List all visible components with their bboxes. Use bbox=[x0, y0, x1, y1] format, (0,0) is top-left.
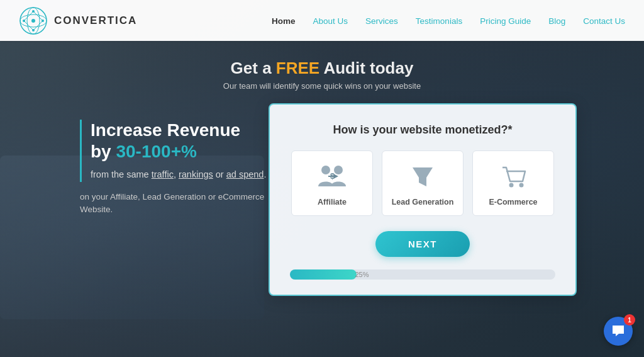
navbar: CONVERTICA Home About Us Services Testim… bbox=[0, 0, 644, 41]
affiliate-icon: $ bbox=[316, 162, 348, 190]
ad-spend-link[interactable]: ad spend bbox=[226, 169, 264, 179]
nav-links: Home About Us Services Testimonials Pric… bbox=[272, 15, 625, 26]
brand-name: CONVERTICA bbox=[54, 14, 137, 27]
nav-link-pricing[interactable]: Pricing Guide bbox=[480, 16, 531, 26]
tagline-line1: Increase Revenue bbox=[91, 120, 240, 140]
nav-item-contact[interactable]: Contact Us bbox=[583, 15, 625, 26]
logo[interactable]: CONVERTICA bbox=[19, 6, 137, 35]
hero-title: Get a FREE Audit today bbox=[223, 59, 421, 78]
hero-content: Increase Revenue by 30-100+% from the sa… bbox=[0, 103, 644, 296]
option-grid: $ Affiliate bbox=[290, 150, 555, 216]
affiliate-icon-wrap: $ bbox=[316, 162, 348, 190]
hero-detail: on your Affiliate, Lead Generation or eC… bbox=[80, 191, 269, 217]
nav-item-home[interactable]: Home bbox=[272, 15, 296, 26]
progress-bar: 25% bbox=[290, 269, 555, 280]
nav-link-home[interactable]: Home bbox=[272, 16, 296, 26]
nav-item-testimonials[interactable]: Testimonials bbox=[416, 15, 462, 26]
chat-icon bbox=[611, 324, 625, 338]
hero-sub-tagline: from the same traffic, rankings or ad sp… bbox=[91, 168, 269, 182]
option-affiliate[interactable]: $ Affiliate bbox=[291, 150, 373, 216]
option-ecommerce-label: E-Commerce bbox=[489, 198, 537, 207]
ecommerce-icon-wrap bbox=[499, 162, 528, 190]
free-word: FREE bbox=[276, 59, 319, 77]
hero-headline: Get a FREE Audit today Our team will ide… bbox=[223, 59, 421, 91]
svg-point-13 bbox=[334, 166, 343, 174]
traffic-link[interactable]: traffic bbox=[152, 169, 174, 179]
nav-link-about[interactable]: About Us bbox=[313, 16, 348, 26]
nav-link-contact[interactable]: Contact Us bbox=[583, 16, 625, 26]
svg-point-15 bbox=[509, 183, 514, 188]
hero-tagline: Increase Revenue by 30-100+% bbox=[91, 120, 269, 162]
hero-section: Get a FREE Audit today Our team will ide… bbox=[0, 41, 644, 357]
nav-link-testimonials[interactable]: Testimonials bbox=[416, 16, 462, 26]
lead-gen-icon bbox=[410, 162, 435, 190]
next-button[interactable]: NEXT bbox=[375, 231, 470, 257]
audit-form-card: How is your website monetized?* $ bbox=[269, 103, 577, 296]
ecommerce-icon bbox=[499, 162, 528, 190]
hero-subheadline: Our team will identify some quick wins o… bbox=[223, 81, 421, 91]
nav-item-pricing[interactable]: Pricing Guide bbox=[480, 15, 531, 26]
lead-gen-icon-wrap bbox=[410, 162, 435, 190]
hero-left-border: Increase Revenue by 30-100+% from the sa… bbox=[80, 120, 269, 182]
hero-left-panel: Increase Revenue by 30-100+% from the sa… bbox=[67, 103, 269, 216]
nav-item-blog[interactable]: Blog bbox=[548, 15, 565, 26]
form-question: How is your website monetized?* bbox=[290, 123, 555, 137]
nav-link-blog[interactable]: Blog bbox=[548, 16, 565, 26]
tagline-line2: by bbox=[91, 142, 116, 161]
option-affiliate-label: Affiliate bbox=[318, 198, 347, 207]
rankings-link[interactable]: rankings bbox=[179, 169, 213, 179]
chat-bubble[interactable]: 1 bbox=[604, 317, 633, 346]
progress-label: 25% bbox=[355, 271, 369, 278]
svg-point-3 bbox=[31, 19, 35, 23]
tagline-highlight: 30-100+% bbox=[116, 142, 196, 161]
svg-point-12 bbox=[321, 166, 330, 174]
option-lead-gen-label: Lead Generation bbox=[392, 198, 454, 207]
chat-badge: 1 bbox=[624, 314, 635, 326]
nav-link-services[interactable]: Services bbox=[365, 16, 398, 26]
nav-item-services[interactable]: Services bbox=[365, 15, 398, 26]
option-ecommerce[interactable]: E-Commerce bbox=[472, 150, 554, 216]
logo-icon bbox=[19, 6, 48, 35]
option-lead-gen[interactable]: Lead Generation bbox=[382, 150, 464, 216]
progress-fill bbox=[290, 269, 357, 280]
nav-item-about[interactable]: About Us bbox=[313, 15, 348, 26]
svg-point-16 bbox=[519, 183, 524, 188]
